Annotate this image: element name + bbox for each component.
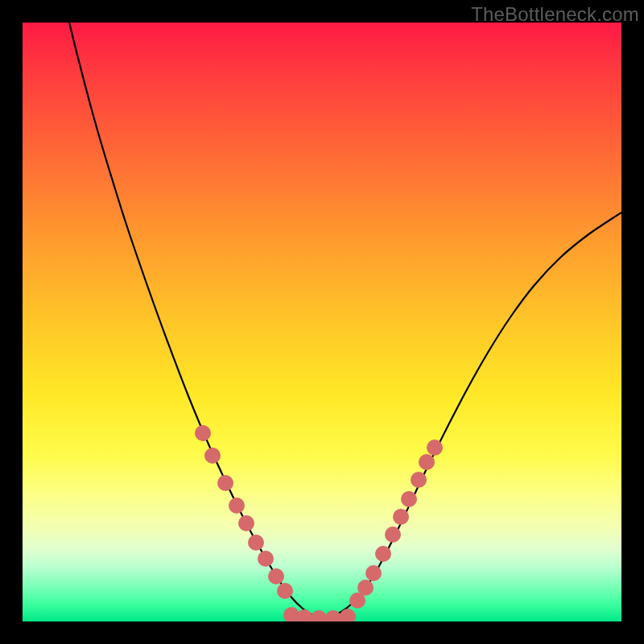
marker-dot <box>411 472 427 488</box>
chart-plot-area <box>23 23 621 621</box>
marker-dot <box>217 475 233 491</box>
marker-dot <box>238 515 254 531</box>
marker-dot <box>401 491 417 507</box>
marker-dot <box>268 568 284 584</box>
marker-dot <box>229 497 245 514</box>
left-curve <box>69 23 320 618</box>
chart-svg <box>23 23 621 621</box>
marker-dot <box>385 526 401 543</box>
marker-dot <box>427 440 443 456</box>
marker-dot <box>357 580 374 596</box>
marker-dot <box>375 546 391 562</box>
marker-dot <box>311 610 327 621</box>
marker-dot <box>393 509 409 525</box>
marker-dot <box>258 551 274 567</box>
marker-dot <box>419 454 435 470</box>
right-curve <box>320 213 621 618</box>
marker-dot <box>204 448 221 464</box>
marker-dot <box>277 583 293 599</box>
marker-dot <box>296 609 312 621</box>
marker-dot <box>365 565 382 581</box>
marker-dot <box>248 535 264 551</box>
watermark-text: TheBottleneck.com <box>471 3 639 26</box>
marker-dots <box>195 425 443 621</box>
marker-dot <box>195 425 211 441</box>
marker-dot <box>325 610 341 621</box>
